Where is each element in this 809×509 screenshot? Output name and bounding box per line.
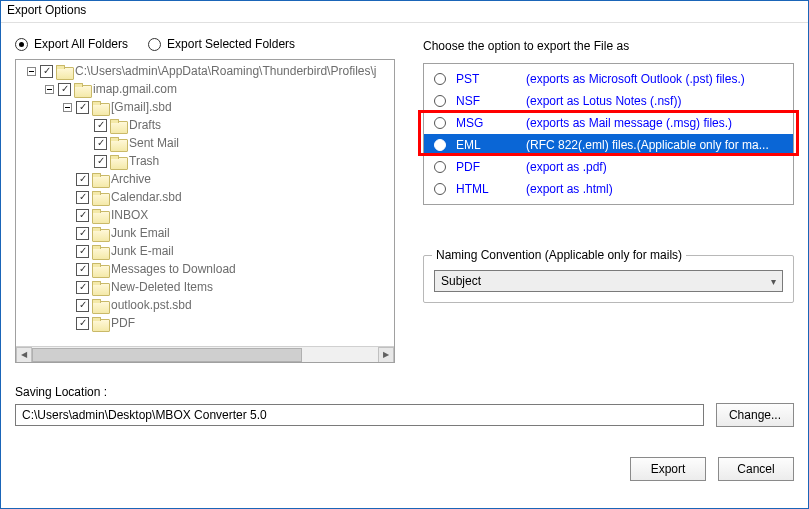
tree-checkbox[interactable]	[94, 155, 107, 168]
scroll-left-button[interactable]: ◀	[16, 347, 32, 363]
scroll-thumb[interactable]	[32, 348, 302, 362]
folder-icon	[110, 137, 126, 150]
footer-buttons: Export Cancel	[15, 457, 794, 481]
tree-row[interactable]: C:\Users\admin\AppData\Roaming\Thunderbi…	[18, 62, 394, 80]
tree-indent	[18, 233, 58, 234]
tree-row[interactable]: Junk E-mail	[18, 242, 394, 260]
tree-row[interactable]: PDF	[18, 314, 394, 332]
tree-row[interactable]: INBOX	[18, 206, 394, 224]
format-option-pdf[interactable]: PDF(export as .pdf)	[424, 156, 793, 178]
saving-location-input[interactable]: C:\Users\admin\Desktop\MBOX Converter 5.…	[15, 404, 704, 426]
window-content: Export All Folders Export Selected Folde…	[1, 23, 808, 508]
radio-icon	[434, 73, 446, 85]
format-option-eml[interactable]: EML(RFC 822(.eml) files.(Applicable only…	[424, 134, 793, 156]
tree-expander-placeholder	[61, 245, 73, 257]
tree-expander-placeholder	[61, 209, 73, 221]
tree-row[interactable]: Calendar.sbd	[18, 188, 394, 206]
format-list: PST(exports as Microsoft Outlook (.pst) …	[423, 63, 794, 205]
format-option-html[interactable]: HTML(export as .html)	[424, 178, 793, 200]
chevron-down-icon: ▾	[771, 276, 776, 287]
format-option-nsf[interactable]: NSF(export as Lotus Notes (.nsf))	[424, 90, 793, 112]
tree-item-label: Trash	[129, 154, 159, 168]
horizontal-scrollbar[interactable]: ◀ ▶	[16, 346, 394, 362]
tree-row[interactable]: Drafts	[18, 116, 394, 134]
radio-export-selected[interactable]: Export Selected Folders	[148, 37, 295, 51]
naming-convention-group: Naming Convention (Applicable only for m…	[423, 255, 794, 303]
scroll-right-button[interactable]: ▶	[378, 347, 394, 363]
tree-checkbox[interactable]	[76, 173, 89, 186]
folder-tree: C:\Users\admin\AppData\Roaming\Thunderbi…	[15, 59, 395, 363]
format-description: (exports as Mail message (.msg) files.)	[526, 116, 783, 130]
tree-item-label: outlook.pst.sbd	[111, 298, 192, 312]
radio-icon	[434, 117, 446, 129]
tree-item-label: Calendar.sbd	[111, 190, 182, 204]
tree-item-label: Junk Email	[111, 226, 170, 240]
tree-row[interactable]: New-Deleted Items	[18, 278, 394, 296]
naming-convention-dropdown[interactable]: Subject ▾	[434, 270, 783, 292]
change-button[interactable]: Change...	[716, 403, 794, 427]
tree-row[interactable]: imap.gmail.com	[18, 80, 394, 98]
tree-item-label: [Gmail].sbd	[111, 100, 172, 114]
folder-tree-viewport[interactable]: C:\Users\admin\AppData\Roaming\Thunderbi…	[16, 60, 394, 346]
tree-row[interactable]: Trash	[18, 152, 394, 170]
tree-collapse-icon[interactable]	[43, 83, 55, 95]
tree-item-label: C:\Users\admin\AppData\Roaming\Thunderbi…	[75, 64, 376, 78]
tree-checkbox[interactable]	[76, 317, 89, 330]
tree-indent	[18, 305, 58, 306]
tree-checkbox[interactable]	[76, 191, 89, 204]
tree-indent	[18, 125, 76, 126]
folder-icon	[92, 209, 108, 222]
tree-checkbox[interactable]	[94, 137, 107, 150]
tree-collapse-icon[interactable]	[25, 65, 37, 77]
tree-checkbox[interactable]	[94, 119, 107, 132]
format-description: (export as .html)	[526, 182, 783, 196]
tree-expander-placeholder	[61, 227, 73, 239]
tree-checkbox[interactable]	[76, 209, 89, 222]
format-option-msg[interactable]: MSG(exports as Mail message (.msg) files…	[424, 112, 793, 134]
tree-checkbox[interactable]	[40, 65, 53, 78]
folder-icon	[92, 245, 108, 258]
tree-row[interactable]: Archive	[18, 170, 394, 188]
tree-indent	[18, 215, 58, 216]
tree-row[interactable]: Sent Mail	[18, 134, 394, 152]
tree-checkbox[interactable]	[76, 281, 89, 294]
tree-checkbox[interactable]	[58, 83, 71, 96]
tree-row[interactable]: [Gmail].sbd	[18, 98, 394, 116]
tree-indent	[18, 89, 40, 90]
tree-checkbox[interactable]	[76, 263, 89, 276]
tree-row[interactable]: outlook.pst.sbd	[18, 296, 394, 314]
tree-indent	[18, 161, 76, 162]
tree-checkbox[interactable]	[76, 245, 89, 258]
tree-checkbox[interactable]	[76, 299, 89, 312]
tree-checkbox[interactable]	[76, 227, 89, 240]
cancel-button[interactable]: Cancel	[718, 457, 794, 481]
tree-item-label: Archive	[111, 172, 151, 186]
format-description: (export as Lotus Notes (.nsf))	[526, 94, 783, 108]
radio-export-all[interactable]: Export All Folders	[15, 37, 128, 51]
tree-expander-placeholder	[79, 155, 91, 167]
tree-item-label: Messages to Download	[111, 262, 236, 276]
format-name: EML	[456, 138, 516, 152]
tree-item-label: Drafts	[129, 118, 161, 132]
tree-item-label: New-Deleted Items	[111, 280, 213, 294]
tree-item-label: PDF	[111, 316, 135, 330]
format-name: PST	[456, 72, 516, 86]
tree-expander-placeholder	[79, 119, 91, 131]
format-name: PDF	[456, 160, 516, 174]
tree-indent	[18, 269, 58, 270]
tree-expander-placeholder	[79, 137, 91, 149]
scroll-track[interactable]	[32, 347, 378, 363]
radio-label: Export All Folders	[34, 37, 128, 51]
tree-row[interactable]: Messages to Download	[18, 260, 394, 278]
folder-icon	[92, 317, 108, 330]
tree-item-label: imap.gmail.com	[93, 82, 177, 96]
folder-icon	[110, 155, 126, 168]
export-button[interactable]: Export	[630, 457, 706, 481]
format-option-pst[interactable]: PST(exports as Microsoft Outlook (.pst) …	[424, 68, 793, 90]
tree-expander-placeholder	[61, 173, 73, 185]
left-column: Export All Folders Export Selected Folde…	[15, 33, 395, 363]
radio-icon	[434, 183, 446, 195]
tree-row[interactable]: Junk Email	[18, 224, 394, 242]
tree-collapse-icon[interactable]	[61, 101, 73, 113]
tree-checkbox[interactable]	[76, 101, 89, 114]
